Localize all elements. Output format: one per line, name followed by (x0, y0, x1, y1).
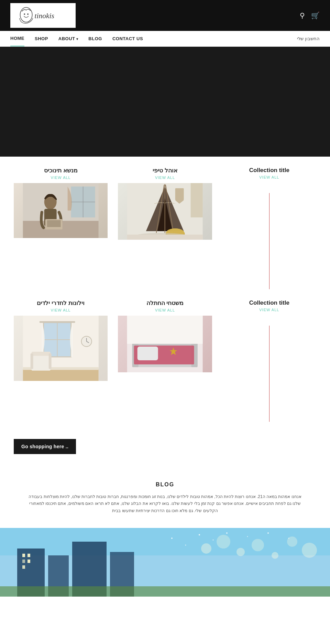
blog-text: אנחנו אמהות במאה ה21. אנחנו רוצות להיות … (28, 493, 302, 514)
svg-text:tinokis: tinokis (35, 12, 54, 20)
svg-rect-15 (191, 183, 203, 217)
room-svg (14, 316, 108, 381)
logo-svg: tinokis (14, 5, 72, 26)
svg-rect-78 (0, 586, 330, 597)
nav-item-about[interactable]: ABOUT (58, 31, 78, 46)
nav-items: HOME SHOP ABOUT BLOG CONTACT US (10, 31, 143, 46)
svg-point-66 (252, 539, 264, 551)
svg-rect-37 (49, 353, 52, 369)
search-icon[interactable]: ⚲ (300, 11, 305, 20)
collection-title-curtains: וילונות לחדרי ילדים (14, 300, 108, 307)
collection-3-placeholder: Collection title VIEW ALL (222, 167, 316, 289)
logo[interactable]: tinokis (10, 3, 76, 28)
collections-section: מנשא תינוכיס VIEW ALL (0, 157, 330, 429)
collection-title-6: Collection title (249, 300, 289, 306)
svg-point-2 (27, 13, 29, 15)
collection-img-changing-mat[interactable] (118, 316, 212, 372)
svg-rect-36 (31, 353, 33, 369)
svg-rect-58 (22, 554, 25, 557)
svg-point-64 (217, 535, 230, 549)
svg-rect-51 (127, 316, 203, 344)
collection-img-tent[interactable] (118, 183, 212, 240)
nav-item-shop[interactable]: SHOP (35, 31, 48, 46)
svg-point-1 (24, 13, 25, 15)
blog-image (0, 528, 330, 597)
svg-point-71 (185, 545, 186, 546)
view-all-changing-mat[interactable]: VIEW ALL (118, 308, 212, 312)
divider-line-2 (269, 326, 270, 422)
blog-image-svg (0, 528, 330, 597)
svg-point-0 (20, 8, 32, 22)
collection-changing-mat: משטחי החתלה VIEW ALL (118, 300, 212, 422)
view-all-tent[interactable]: VIEW ALL (118, 176, 212, 180)
collection-baby-carrier: מנשא תינוכיס VIEW ALL (14, 167, 108, 289)
go-shopping-button[interactable]: Go shopping here .. (14, 439, 76, 454)
collection-title-3: Collection title (249, 167, 289, 174)
svg-rect-60 (22, 560, 25, 563)
svg-point-77 (288, 538, 289, 539)
blog-title: BLOG (14, 482, 316, 488)
svg-rect-12 (47, 220, 61, 227)
collection-6-placeholder: Collection title VIEW ALL (222, 300, 316, 422)
svg-point-75 (247, 536, 248, 537)
svg-rect-14 (175, 188, 184, 200)
collection-title-changing-mat: משטחי החתלה (118, 300, 212, 307)
hero-banner (0, 47, 330, 157)
nav-item-home[interactable]: HOME (10, 31, 24, 46)
svg-point-65 (236, 548, 245, 556)
collection-tent: אוהל טיפי VIEW ALL (118, 167, 212, 289)
shopping-button-section: Go shopping here .. (0, 429, 330, 468)
collection-img-curtains[interactable] (14, 316, 108, 381)
woman-svg (14, 183, 108, 238)
svg-point-72 (199, 534, 200, 535)
collection-curtains: וילונות לחדרי ילדים VIEW ALL (14, 300, 108, 422)
svg-point-67 (272, 552, 278, 559)
navigation: HOME SHOP ABOUT BLOG CONTACT US החשבון ש… (0, 31, 330, 47)
svg-rect-34 (32, 353, 51, 371)
view-all-3[interactable]: VIEW ALL (259, 175, 279, 179)
tent-svg (118, 183, 212, 240)
nav-item-contact[interactable]: CONTACT US (112, 31, 143, 46)
svg-point-76 (267, 532, 269, 534)
collections-row-2: וילונות לחדרי ילדים VIEW ALL (14, 300, 316, 422)
view-all-curtains[interactable]: VIEW ALL (14, 308, 108, 312)
svg-rect-35 (32, 352, 51, 356)
svg-rect-61 (28, 560, 30, 563)
header: tinokis ⚲ 🛒 (0, 0, 330, 31)
svg-rect-47 (138, 347, 158, 360)
svg-point-69 (302, 543, 317, 558)
svg-rect-32 (23, 369, 99, 381)
account-link[interactable]: החשבון שלי (297, 36, 320, 41)
svg-point-63 (201, 543, 211, 554)
collection-title-baby-carrier: מנשא תינוכיס (14, 167, 108, 174)
svg-rect-24 (127, 235, 203, 240)
collection-img-baby-carrier[interactable] (14, 183, 108, 238)
nav-item-blog[interactable]: BLOG (88, 31, 102, 46)
cart-icon[interactable]: 🛒 (311, 11, 320, 20)
view-all-6[interactable]: VIEW ALL (259, 308, 279, 312)
blog-section: BLOG אנחנו אמהות במאה ה21. אנחנו רוצות ל… (0, 468, 330, 528)
header-icons: ⚲ 🛒 (300, 11, 320, 20)
svg-rect-31 (40, 321, 75, 323)
view-all-baby-carrier[interactable]: VIEW ALL (14, 176, 108, 180)
svg-point-74 (226, 532, 228, 534)
svg-point-70 (171, 538, 173, 539)
collections-row-1: מנשא תינוכיס VIEW ALL (14, 167, 316, 289)
divider-line-1 (269, 193, 270, 289)
svg-rect-59 (28, 554, 30, 557)
svg-point-73 (213, 540, 214, 541)
collection-title-tent: אוהל טיפי (118, 167, 212, 174)
svg-rect-62 (22, 565, 25, 569)
play-svg (118, 316, 212, 372)
